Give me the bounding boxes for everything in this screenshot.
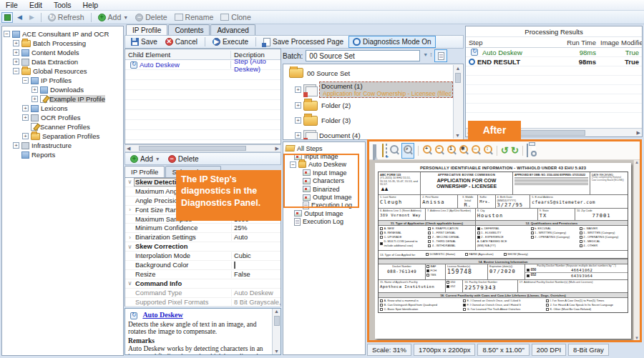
viewer-vscrollbar[interactable]: ▲▼ bbox=[633, 160, 640, 340]
property-resize[interactable]: ResizeFalse bbox=[125, 270, 280, 279]
steps-node-deskew-output-image[interactable]: Output Image bbox=[286, 193, 365, 201]
magnifier-window-button[interactable] bbox=[389, 144, 399, 157]
property-value[interactable]: Auto bbox=[231, 234, 280, 241]
tree-node-scanner-profiles[interactable]: Scanner Profiles bbox=[2, 122, 123, 131]
grid-row-auto-deskew[interactable]: Auto Deskew Step (Auto Deskew) bbox=[125, 60, 280, 70]
result-row-auto-deskew[interactable]: Auto Deskew 98ms True bbox=[466, 48, 642, 57]
zoom-fit-page-button[interactable]: ✱ bbox=[459, 144, 469, 157]
page-view-button[interactable] bbox=[434, 49, 447, 62]
property-binarization-settings[interactable]: ›Binarization SettingsAuto bbox=[125, 233, 280, 242]
expand-icon[interactable]: + bbox=[295, 117, 301, 124]
zoom-fit-width-button[interactable]: ↔ bbox=[471, 144, 481, 157]
refresh-button[interactable]: ↻Refresh bbox=[45, 11, 87, 23]
property-group-command-info[interactable]: ∨Command Info bbox=[125, 279, 280, 289]
property-minimum-confidence[interactable]: Minimum Confidence25% bbox=[125, 224, 280, 233]
tab-contents[interactable]: Contents bbox=[168, 24, 210, 36]
scroll-up-icon[interactable]: ▲ bbox=[273, 309, 280, 314]
expand-icon[interactable]: + bbox=[13, 40, 19, 46]
expand-icon[interactable]: + bbox=[295, 102, 301, 109]
scroll-right-icon[interactable]: ▶ bbox=[274, 146, 280, 151]
tree-node-reports[interactable]: Reports bbox=[2, 150, 123, 159]
tree-node-lexicons[interactable]: +Lexicons bbox=[2, 104, 123, 113]
rotate-right-button[interactable]: ↻ bbox=[511, 146, 519, 155]
expand-icon[interactable]: + bbox=[13, 142, 19, 149]
diagnostics-mode-button[interactable]: Diagnostics Mode On bbox=[348, 36, 436, 48]
back-button[interactable]: ◀ bbox=[14, 11, 25, 23]
batch-node-source-set[interactable]: 00 Source Set bbox=[286, 66, 463, 79]
viewer-canvas[interactable]: PERSONALLY IDENTIFIABLE INFORMATION - WI… bbox=[369, 160, 640, 340]
property-group-skew-correction[interactable]: ∨Skew Correction bbox=[125, 242, 280, 252]
collapse-icon[interactable]: ∨ bbox=[125, 280, 135, 287]
column-child-element[interactable]: Child Element bbox=[125, 51, 231, 59]
collapse-icon[interactable]: ∨ bbox=[125, 179, 135, 185]
batch-dropdown[interactable]: 00 Source Set bbox=[306, 50, 420, 61]
column-step[interactable]: Step bbox=[466, 39, 557, 46]
pan-tool-button[interactable] bbox=[382, 144, 384, 157]
property-command-type[interactable]: Command TypeAuto Deskew bbox=[125, 289, 280, 298]
expand-icon[interactable]: + bbox=[31, 96, 38, 102]
zoom-actual-size-button[interactable]: 1 bbox=[447, 144, 457, 157]
steps-node-deskew-input-image[interactable]: Input Image bbox=[286, 169, 365, 176]
scroll-thumb[interactable] bbox=[139, 146, 246, 151]
tree-node-separation-profiles[interactable]: +Separation Profiles bbox=[2, 131, 123, 141]
tree-node-content-models[interactable]: +Content Models bbox=[2, 48, 123, 57]
steps-node-characters[interactable]: Characters bbox=[286, 177, 365, 185]
filter-sort-icon[interactable] bbox=[423, 52, 431, 59]
description-vscrollbar[interactable]: ▲▼ bbox=[272, 309, 280, 354]
expand-icon[interactable]: + bbox=[22, 114, 29, 121]
scroll-thumb[interactable] bbox=[274, 316, 280, 326]
batch-node-document-1[interactable]: + Document (1) Application for Cow Owner… bbox=[295, 81, 453, 98]
zoom-in-button[interactable]: + bbox=[422, 144, 432, 157]
delete-button[interactable]: −Delete bbox=[132, 11, 170, 23]
clone-button[interactable]: Clone bbox=[218, 11, 253, 23]
property-background-color[interactable]: Background Color bbox=[125, 261, 280, 270]
menu-edit[interactable]: Edit bbox=[24, 0, 48, 10]
expand-icon[interactable]: + bbox=[295, 132, 301, 139]
menu-file[interactable]: File bbox=[0, 0, 24, 10]
scroll-thumb[interactable] bbox=[455, 73, 461, 83]
subtab-ip-profile[interactable]: IP Profile bbox=[125, 166, 165, 178]
print-button[interactable] bbox=[527, 144, 528, 157]
collapse-icon[interactable]: − bbox=[13, 68, 19, 74]
tree-node-ip-profiles[interactable]: −IP Profiles bbox=[2, 76, 123, 85]
tree-node-infrastructure[interactable]: +Infrastructure bbox=[2, 141, 123, 150]
tree-node-example-ip-profile[interactable]: +Example IP Profile bbox=[2, 94, 123, 104]
batch-node-document-4[interactable]: +Document (4) bbox=[286, 128, 463, 140]
column-image-modified[interactable]: Image Modifie bbox=[600, 39, 642, 46]
home-button[interactable] bbox=[1, 12, 13, 23]
scroll-up-icon[interactable]: ▲ bbox=[634, 160, 640, 164]
steps-node-binarized[interactable]: Binarized bbox=[286, 185, 365, 193]
scroll-up-icon[interactable]: ▲ bbox=[454, 65, 462, 71]
column-run-time[interactable]: Run Time bbox=[557, 39, 600, 46]
result-row-end-result[interactable]: END RESULT 98ms True bbox=[466, 57, 642, 66]
tree-node-global-resources[interactable]: −Global Resources bbox=[2, 66, 123, 76]
expand-icon[interactable]: + bbox=[22, 105, 29, 111]
steps-node-execution-log[interactable]: Execution Log bbox=[286, 218, 365, 226]
scroll-left-icon[interactable]: ◀ bbox=[125, 146, 132, 151]
batch-node-folder-3[interactable]: +Folder (3) bbox=[286, 113, 463, 128]
steps-node-deskew-execution-log[interactable]: Execution Log bbox=[286, 202, 365, 209]
cancel-button[interactable]: ✕Cancel bbox=[162, 36, 200, 48]
collapse-icon[interactable]: ∨ bbox=[125, 244, 135, 250]
steps-node-all-steps[interactable]: All Steps bbox=[286, 144, 365, 152]
forward-button[interactable]: ▶ bbox=[26, 11, 37, 23]
expand-icon[interactable]: › bbox=[125, 207, 135, 213]
steps-node-output-image[interactable]: Output Image bbox=[286, 209, 365, 217]
add-step-button[interactable]: +Add▼ bbox=[127, 153, 163, 164]
zoom-fit-height-button[interactable]: ↕ bbox=[483, 144, 493, 157]
steps-node-auto-deskew[interactable]: −Auto Deskew bbox=[286, 161, 365, 169]
batch-tree-vscrollbar[interactable]: ▲▼ bbox=[453, 65, 462, 139]
zoom-out-button[interactable]: − bbox=[434, 144, 444, 157]
tree-node-root[interactable]: −ACE Consultant IP and OCR bbox=[2, 29, 123, 39]
tree-node-batch-processing[interactable]: +Batch Processing bbox=[2, 39, 123, 48]
rename-button[interactable]: Rename bbox=[172, 11, 217, 23]
rotate-left-button[interactable]: ↺ bbox=[501, 146, 509, 155]
step-help-link[interactable]: Auto Deskew bbox=[142, 311, 182, 319]
add-button[interactable]: +Add▼ bbox=[95, 11, 132, 23]
expand-icon[interactable]: + bbox=[31, 86, 38, 93]
zone-select-button[interactable] bbox=[386, 144, 387, 157]
property-value[interactable]: False bbox=[231, 271, 280, 278]
delete-step-button[interactable]: −Delete bbox=[165, 153, 202, 164]
scroll-right-icon[interactable]: ▶ bbox=[635, 130, 642, 136]
property-interpolation-mode[interactable]: Interpolation ModeCubic bbox=[125, 252, 280, 261]
